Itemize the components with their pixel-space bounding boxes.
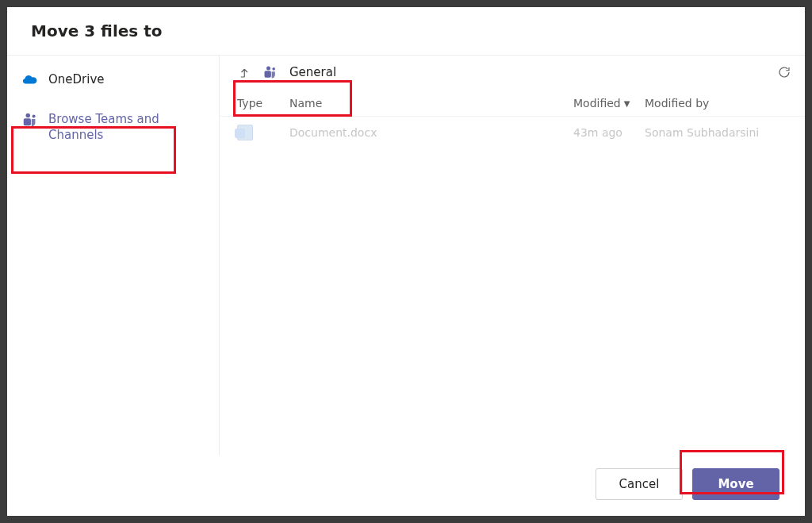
onedrive-icon [21, 71, 39, 89]
sidebar-item-label: OneDrive [48, 71, 105, 87]
columns-header: Type Name Modified ▼ Modified by [220, 89, 805, 117]
sidebar: OneDrive Browse Teams and Channels [7, 56, 220, 456]
breadcrumb: General [237, 63, 336, 81]
move-button[interactable]: Move [692, 468, 779, 500]
column-header-name[interactable]: Name [289, 97, 573, 110]
dialog-body: OneDrive Browse Teams and Channels [7, 56, 805, 456]
move-files-dialog: Move 3 files to OneDrive Browse Teams an… [7, 7, 805, 516]
sort-descending-icon: ▼ [624, 99, 630, 108]
column-header-modified-label: Modified [573, 97, 621, 110]
dialog-header: Move 3 files to [7, 7, 805, 56]
up-level-button[interactable] [237, 64, 253, 80]
cancel-button[interactable]: Cancel [596, 468, 683, 500]
svg-point-1 [33, 114, 36, 117]
column-header-type[interactable]: Type [237, 97, 289, 110]
teams-icon [262, 63, 280, 81]
breadcrumb-bar: General [220, 56, 805, 89]
file-modifiedby: Sonam Subhadarsini [645, 126, 787, 139]
svg-rect-2 [24, 118, 31, 125]
sidebar-item-onedrive[interactable]: OneDrive [7, 60, 219, 100]
svg-point-3 [266, 67, 270, 71]
refresh-button[interactable] [776, 64, 792, 80]
table-row[interactable]: Document.docx 43m ago Sonam Subhadarsini [220, 117, 805, 148]
svg-rect-5 [265, 71, 271, 77]
dialog-footer: Cancel Move [7, 456, 805, 516]
file-name: Document.docx [289, 126, 573, 139]
word-document-icon [237, 125, 253, 140]
svg-point-4 [272, 67, 275, 71]
file-modified: 43m ago [573, 126, 645, 139]
dialog-title: Move 3 files to [31, 21, 781, 40]
teams-icon [21, 111, 39, 129]
breadcrumb-current[interactable]: General [289, 65, 336, 79]
main-panel: General Type Name Modified ▼ Modified by [220, 56, 805, 456]
sidebar-item-label: Browse Teams and Channels [48, 111, 206, 144]
column-header-modified[interactable]: Modified ▼ [573, 97, 645, 110]
svg-point-0 [26, 113, 31, 118]
sidebar-item-browse-teams[interactable]: Browse Teams and Channels [7, 100, 219, 155]
column-header-modifiedby[interactable]: Modified by [645, 97, 787, 110]
file-type-icon-cell [237, 125, 289, 140]
